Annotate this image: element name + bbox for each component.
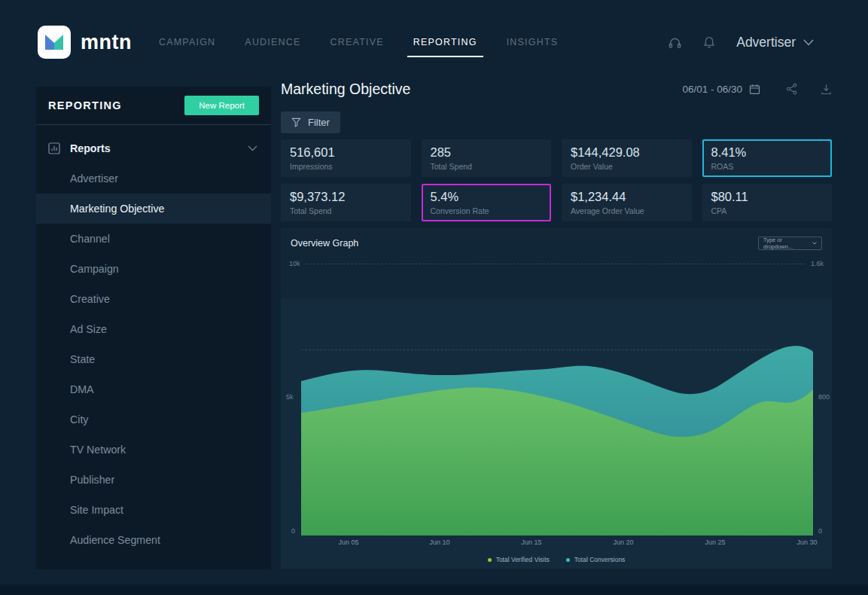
metric-value: $9,373.12	[290, 190, 402, 204]
bar-chart-icon	[48, 142, 60, 154]
metric-card-impressions[interactable]: 516,601 Impressions	[281, 139, 411, 177]
nav-item-audience[interactable]: AUDIENCE	[245, 26, 300, 59]
download-button[interactable]	[821, 84, 832, 95]
sidebar-item-channel[interactable]: Channel	[36, 224, 271, 254]
metric-label: Impressions	[290, 162, 402, 171]
sidebar-item-dma[interactable]: DMA	[36, 374, 271, 404]
overview-header: Overview Graph Type or dropdown...	[281, 227, 832, 250]
nav-item-reporting[interactable]: REPORTING	[413, 26, 477, 59]
share-icon	[786, 83, 798, 95]
metric-card-conversion-rate[interactable]: 5.4% Conversion Rate	[422, 184, 552, 221]
y-tick-left-mid: 5k	[286, 393, 294, 401]
legend-dot-icon	[566, 558, 570, 562]
metric-value: $1,234.44	[571, 190, 683, 204]
gridline-10k: 10k 1.6k	[281, 260, 832, 267]
window-bottom-edge	[0, 584, 868, 595]
main-content: Marketing Objective 06/01 - 06/30	[281, 79, 832, 569]
date-range-picker[interactable]: 06/01 - 06/30	[682, 84, 760, 95]
nav-item-insights[interactable]: INSIGHTS	[507, 26, 559, 59]
metric-card-total-spend-2[interactable]: $9,373.12 Total Spend	[281, 184, 411, 221]
metric-select-dropdown[interactable]: Type or dropdown...	[758, 236, 822, 250]
dropdown-placeholder: Type or dropdown...	[763, 236, 812, 250]
sidebar-item-reports[interactable]: Reports	[36, 133, 271, 163]
y-tick-right-zero: 0	[818, 527, 822, 535]
calendar-icon	[749, 84, 760, 95]
metric-card-total-spend-1[interactable]: 285 Total Spend	[422, 139, 552, 177]
new-report-button[interactable]: New Report	[184, 96, 259, 115]
y-tick-right-mid: 800	[818, 393, 830, 401]
sidebar-title: REPORTING	[48, 99, 122, 111]
x-tick: Jun 30	[784, 539, 830, 546]
share-button[interactable]	[786, 83, 798, 95]
area-chart[interactable]	[301, 298, 813, 536]
header-icon-group	[786, 83, 832, 95]
sidebar-item-ad-size[interactable]: Ad Size	[36, 314, 271, 344]
sidebar-item-state[interactable]: State	[36, 344, 271, 374]
metric-label: Average Order Value	[571, 206, 683, 215]
sidebar-item-campaign[interactable]: Campaign	[36, 254, 271, 284]
date-range-value: 06/01 - 06/30	[682, 84, 742, 95]
notifications-button[interactable]	[702, 35, 716, 50]
brand-name: mntn	[81, 31, 132, 54]
x-tick: Jun 10	[417, 539, 462, 546]
metric-value: 5.4%	[431, 190, 543, 204]
nav-right-cluster: Advertiser	[668, 35, 814, 50]
legend-item-total-conversions[interactable]: Total Conversions	[566, 556, 626, 563]
report-header: Marketing Objective 06/01 - 06/30	[281, 79, 832, 99]
metric-label: Total Spend	[290, 206, 402, 215]
sidebar-item-audience-segment[interactable]: Audience Segment	[36, 525, 271, 555]
sidebar-item-tv-network[interactable]: TV Network	[36, 435, 271, 465]
metric-label: Total Spend	[431, 162, 543, 171]
page-title: Marketing Objective	[281, 81, 410, 98]
primary-nav: CAMPAIGN AUDIENCE CREATIVE REPORTING INS…	[159, 26, 558, 59]
filter-row: Filter	[281, 111, 832, 133]
metric-card-roas[interactable]: 8.41% ROAS	[702, 139, 833, 177]
legend-dot-icon	[488, 558, 492, 562]
dashed-gridline	[306, 264, 806, 264]
metric-cards: 516,601 Impressions 285 Total Spend $144…	[281, 139, 832, 221]
metric-value: $80.11	[711, 190, 824, 204]
sidebar-item-creative[interactable]: Creative	[36, 284, 271, 314]
y-tick-left-max: 10k	[289, 260, 300, 267]
y-tick-left-zero: 0	[291, 527, 295, 535]
metric-value: 285	[431, 145, 543, 160]
nav-item-campaign[interactable]: CAMPAIGN	[159, 26, 215, 59]
metric-card-cpa[interactable]: $80.11 CPA	[702, 184, 833, 221]
sidebar-list: Reports Advertiser Marketing Objective C…	[36, 125, 271, 555]
sidebar-item-marketing-objective[interactable]: Marketing Objective	[36, 194, 271, 224]
legend-label: Total Verified Visits	[496, 556, 550, 563]
top-nav: mntn CAMPAIGN AUDIENCE CREATIVE REPORTIN…	[38, 26, 814, 59]
legend-item-total-verified-visits[interactable]: Total Verified Visits	[488, 556, 550, 563]
account-label: Advertiser	[736, 35, 796, 50]
reporting-sidebar: REPORTING New Report Reports Advertiser …	[36, 87, 271, 569]
chevron-down-icon	[803, 39, 814, 46]
legend-label: Total Conversions	[574, 556, 626, 563]
y-tick-right-max: 1.6k	[811, 260, 824, 267]
sidebar-item-advertiser[interactable]: Advertiser	[36, 163, 271, 194]
metric-card-average-order-value[interactable]: $1,234.44 Average Order Value	[562, 184, 692, 221]
support-button[interactable]	[668, 35, 682, 50]
chart-plot-area: 5k 0 800 0 Jun 05 Jun 10 Jun 15 Jun 20 J…	[281, 298, 832, 569]
metric-card-order-value[interactable]: $144,429.08 Order Value	[562, 139, 692, 177]
chevron-down-icon[interactable]	[248, 145, 257, 151]
x-tick: Jun 05	[326, 539, 371, 546]
mntn-logo-icon[interactable]	[38, 26, 71, 59]
metric-label: CPA	[711, 206, 824, 215]
x-tick: Jun 15	[509, 539, 554, 546]
x-tick: Jun 20	[601, 539, 646, 546]
sidebar-header: REPORTING New Report	[36, 87, 271, 125]
headphones-icon	[668, 35, 682, 50]
overview-title: Overview Graph	[291, 238, 358, 249]
sidebar-item-label: Reports	[70, 142, 111, 154]
metric-label: Conversion Rate	[431, 206, 543, 215]
sidebar-item-site-impact[interactable]: Site Impact	[36, 495, 271, 525]
metric-value: $144,429.08	[571, 145, 683, 160]
nav-item-creative[interactable]: CREATIVE	[330, 26, 384, 59]
sidebar-item-publisher[interactable]: Publisher	[36, 465, 271, 495]
filter-funnel-icon	[291, 117, 301, 127]
sidebar-item-city[interactable]: City	[36, 404, 271, 435]
account-menu[interactable]: Advertiser	[736, 35, 814, 50]
filter-button[interactable]: Filter	[281, 111, 340, 133]
overview-graph-panel: Overview Graph Type or dropdown... 10k 1…	[281, 227, 832, 569]
metric-label: ROAS	[711, 162, 824, 171]
